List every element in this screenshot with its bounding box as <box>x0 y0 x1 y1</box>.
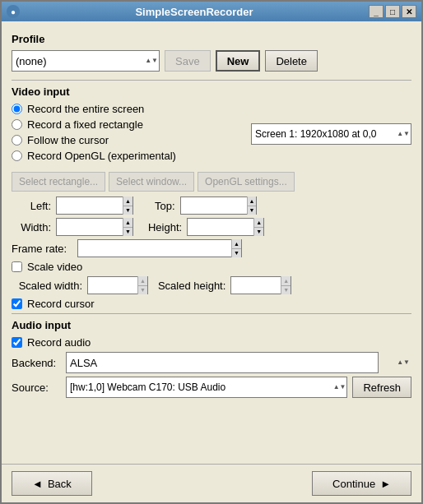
screen-select-wrapper: Screen 1: 1920x1080 at 0,0 <box>251 123 411 145</box>
left-spin-down[interactable]: ▼ <box>123 206 132 215</box>
scale-video-label: Scale video <box>27 261 82 273</box>
height-label: Height: <box>148 221 182 234</box>
radio-row-2: Record a fixed rectangle <box>12 118 251 131</box>
titlebar: ● SimpleScreenRecorder _ □ ✕ <box>2 2 421 21</box>
content-area: Profile (none) Save New Delete Video inp… <box>2 21 421 464</box>
height-spin-down[interactable]: ▼ <box>254 228 263 237</box>
radio-row-4: Record OpenGL (experimental) <box>12 150 251 162</box>
width-spin-down[interactable]: ▼ <box>123 228 132 237</box>
scale-video-checkbox[interactable] <box>12 261 22 272</box>
profile-section-title: Profile <box>12 33 411 45</box>
radio-group: Record the entire screen Record a fixed … <box>12 103 251 165</box>
framerate-input-wrapper: 30 ▲ ▼ <box>77 239 242 257</box>
left-input[interactable]: 0 <box>57 198 123 214</box>
scaled-height-label: Scaled height: <box>158 280 225 292</box>
width-label: Width: <box>12 221 51 234</box>
top-input[interactable]: 0 <box>181 198 247 214</box>
minimize-button[interactable]: _ <box>369 5 383 18</box>
maximize-button[interactable]: □ <box>385 5 400 18</box>
back-icon: ◄ <box>32 478 43 490</box>
back-label: Back <box>48 478 72 490</box>
record-audio-label: Record audio <box>27 336 91 349</box>
delete-button[interactable]: Delete <box>265 50 318 72</box>
scaled-height-wrapper: 1080 ▲ ▼ <box>230 276 291 294</box>
width-input-wrapper: 1920 ▲ ▼ <box>56 218 133 236</box>
scaled-height-spin-up: ▲ <box>281 276 291 286</box>
width-height-row: Width: 1920 ▲ ▼ Height: 1080 ▲ ▼ <box>12 218 411 236</box>
refresh-button[interactable]: Refresh <box>352 377 411 398</box>
backend-label: Backend: <box>12 357 61 369</box>
profile-select[interactable]: (none) <box>12 50 160 72</box>
rectangle-buttons-row: Select rectangle... Select window... Ope… <box>12 172 411 192</box>
height-spin-up[interactable]: ▲ <box>254 218 263 228</box>
framerate-input[interactable]: 30 <box>78 241 231 257</box>
backend-select-wrapper: ALSA <box>66 352 411 373</box>
new-button[interactable]: New <box>216 50 261 72</box>
continue-icon: ► <box>380 478 391 490</box>
back-button[interactable]: ◄ Back <box>12 471 92 496</box>
framerate-row: Frame rate: 30 ▲ ▼ <box>12 239 411 257</box>
radio-fixed-rectangle[interactable] <box>12 119 22 130</box>
save-button: Save <box>165 50 211 72</box>
screen-select-row: Record the entire screen Record a fixed … <box>12 103 411 165</box>
record-audio-row: Record audio <box>12 336 411 349</box>
video-input-title: Video input <box>12 86 411 98</box>
radio-fixed-rectangle-label: Record a fixed rectangle <box>27 118 143 131</box>
audio-input-title: Audio input <box>12 319 411 331</box>
continue-button[interactable]: Continue ► <box>312 471 411 496</box>
scaled-width-spin-up: ▲ <box>138 276 147 286</box>
record-cursor-checkbox[interactable] <box>12 298 22 309</box>
radio-follow-cursor[interactable] <box>12 135 22 146</box>
framerate-spin-down[interactable]: ▼ <box>232 249 241 258</box>
select-window-button: Select window... <box>109 172 194 192</box>
scaled-width-spinners: ▲ ▼ <box>137 276 147 294</box>
height-spinners: ▲ ▼ <box>253 218 263 236</box>
framerate-spin-up[interactable]: ▲ <box>232 239 241 249</box>
radio-row-1: Record the entire screen <box>12 103 251 115</box>
scaled-height-spinners: ▲ ▼ <box>281 276 291 294</box>
width-spin-up[interactable]: ▲ <box>123 218 132 228</box>
radio-entire-screen-label: Record the entire screen <box>27 103 144 115</box>
record-cursor-row: Record cursor <box>12 298 411 310</box>
top-input-wrapper: 0 ▲ ▼ <box>180 197 258 215</box>
backend-select[interactable]: ALSA <box>66 352 379 373</box>
radio-entire-screen[interactable] <box>12 104 22 114</box>
scale-video-row: Scale video <box>12 261 411 273</box>
source-label: Source: <box>12 381 61 394</box>
width-input[interactable]: 1920 <box>57 220 123 235</box>
profile-row: (none) Save New Delete <box>12 50 411 72</box>
scaled-width-spin-down: ▼ <box>138 286 147 295</box>
height-input[interactable]: 1080 <box>188 220 253 235</box>
top-spin-down[interactable]: ▼ <box>248 206 257 215</box>
framerate-spinners: ▲ ▼ <box>231 239 241 257</box>
window-controls: _ □ ✕ <box>369 5 416 18</box>
continue-label: Continue <box>332 478 375 490</box>
height-input-wrapper: 1080 ▲ ▼ <box>187 218 264 236</box>
scaled-row: Scaled width: 1920 ▲ ▼ Scaled height: 10… <box>12 276 411 294</box>
select-rectangle-button: Select rectangle... <box>12 172 105 192</box>
footer: ◄ Back Continue ► <box>2 464 421 502</box>
main-window: ● SimpleScreenRecorder _ □ ✕ Profile (no… <box>0 0 423 504</box>
screen-select[interactable]: Screen 1: 1920x1080 at 0,0 <box>251 123 411 145</box>
record-audio-checkbox[interactable] <box>12 337 22 348</box>
radio-follow-cursor-label: Follow the cursor <box>27 134 109 146</box>
top-spin-up[interactable]: ▲ <box>248 197 257 206</box>
scaled-width-label: Scaled width: <box>12 280 82 292</box>
width-spinners: ▲ ▼ <box>123 218 132 236</box>
source-select[interactable]: [hw:1,0] Webcam C170: USB Audio <box>66 377 347 398</box>
close-button[interactable]: ✕ <box>402 5 416 18</box>
divider1 <box>12 80 411 81</box>
source-select-wrapper: [hw:1,0] Webcam C170: USB Audio <box>66 377 347 398</box>
divider2 <box>12 313 411 314</box>
left-label: Left: <box>12 200 51 212</box>
left-input-wrapper: 0 ▲ ▼ <box>56 197 133 215</box>
scaled-height-spin-down: ▼ <box>281 286 291 295</box>
left-spin-up[interactable]: ▲ <box>123 197 132 206</box>
backend-row: Backend: ALSA <box>12 352 411 373</box>
window-title: SimpleScreenRecorder <box>20 6 369 18</box>
profile-select-wrapper: (none) <box>12 50 160 72</box>
scaled-width-wrapper: 1920 ▲ ▼ <box>87 276 148 294</box>
record-cursor-label: Record cursor <box>27 298 95 310</box>
radio-opengl[interactable] <box>12 150 22 161</box>
app-icon: ● <box>7 5 20 18</box>
